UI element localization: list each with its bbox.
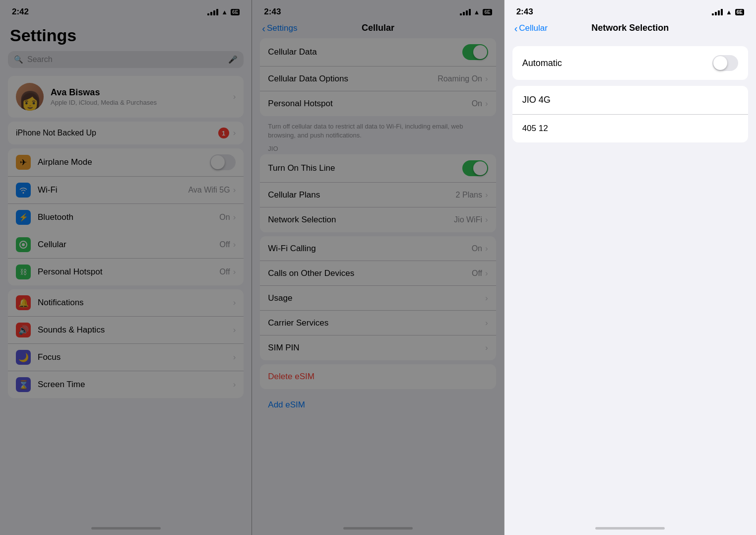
- personal-hotspot-row[interactable]: Personal Hotspot On ›: [260, 91, 496, 116]
- back-label-3: Cellular: [519, 23, 548, 33]
- screentime-row[interactable]: ⌛ Screen Time ›: [8, 371, 244, 398]
- network-selection-label: Network Selection: [268, 215, 454, 225]
- cellular-extra-group: Wi-Fi Calling On › Calls on Other Device…: [260, 236, 496, 360]
- notifications-row[interactable]: 🔔 Notifications ›: [8, 289, 244, 317]
- status-bar-1: 2:42 ▲ 6E: [0, 0, 252, 21]
- notifications-icon: 🔔: [16, 295, 31, 310]
- delete-esim-row[interactable]: Delete eSIM: [260, 364, 496, 389]
- network-code-row[interactable]: 405 12: [512, 115, 748, 142]
- jio-4g-row[interactable]: JIO 4G: [512, 86, 748, 115]
- sounds-label: Sounds & Haptics: [38, 325, 233, 335]
- network-badge-3: 6E: [735, 9, 744, 15]
- airplane-mode-row[interactable]: ✈ Airplane Mode: [8, 148, 244, 177]
- chevron-icon: ›: [485, 268, 488, 278]
- chevron-icon: ›: [233, 325, 236, 335]
- profile-subtitle: Apple ID, iCloud, Media & Purchases: [51, 99, 233, 106]
- connectivity-group: ✈ Airplane Mode Wi-Fi A: [8, 148, 244, 285]
- network-code-label: 405 12: [522, 124, 548, 133]
- focus-icon: 🌙: [16, 350, 31, 365]
- back-button-2[interactable]: ‹ Settings: [262, 23, 297, 33]
- hotspot-icon: ⛓: [16, 265, 31, 279]
- backup-badge: 1: [218, 128, 229, 138]
- network-list-group: JIO 4G 405 12: [512, 86, 748, 142]
- cellular-data-row[interactable]: Cellular Data: [260, 38, 496, 67]
- chevron-icon: ›: [233, 298, 236, 308]
- system-group: 🔔 Notifications › 🔊 Sounds & Haptics › 🌙…: [8, 289, 244, 398]
- wifi-icon: ▲: [221, 8, 228, 16]
- signal-icon: [712, 8, 723, 15]
- turn-on-line-row[interactable]: Turn On This Line: [260, 154, 496, 183]
- cellular-options-label: Cellular Data Options: [268, 74, 438, 84]
- network-selection-value: Jio WiFi: [454, 215, 482, 224]
- network-selection-row[interactable]: Network Selection Jio WiFi ›: [260, 207, 496, 232]
- automatic-toggle[interactable]: [712, 55, 738, 71]
- mic-icon: 🎤: [228, 55, 238, 64]
- wifi-calling-row[interactable]: Wi-Fi Calling On ›: [260, 236, 496, 261]
- esim-group: Delete eSIM: [260, 364, 496, 389]
- airplane-toggle[interactable]: [210, 154, 236, 170]
- bluetooth-value: On: [219, 213, 230, 222]
- calls-other-devices-row[interactable]: Calls on Other Devices Off ›: [260, 261, 496, 286]
- add-esim-button[interactable]: Add eSIM: [252, 393, 504, 417]
- carrier-services-row[interactable]: Carrier Services ›: [260, 311, 496, 335]
- settings-title: Settings: [0, 21, 252, 51]
- wifi-icon: ▲: [726, 8, 732, 16]
- chevron-icon: ›: [233, 128, 236, 138]
- wifi-row[interactable]: Wi-Fi Ava Wifi 5G ›: [8, 177, 244, 204]
- jio-group: Turn On This Line Cellular Plans 2 Plans…: [260, 154, 496, 232]
- time-2: 2:43: [264, 7, 281, 17]
- chevron-icon: ›: [233, 380, 236, 390]
- bluetooth-row[interactable]: ⚡ Bluetooth On ›: [8, 204, 244, 231]
- profile-row[interactable]: 👩 Ava Biswas Apple ID, iCloud, Media & P…: [8, 76, 244, 118]
- chevron-icon: ›: [485, 74, 488, 84]
- sounds-icon: 🔊: [16, 323, 31, 337]
- screentime-label: Screen Time: [38, 380, 233, 390]
- personal-hotspot-label: Personal Hotspot: [268, 99, 471, 109]
- airplane-label: Airplane Mode: [38, 157, 210, 167]
- bluetooth-label: Bluetooth: [38, 212, 219, 222]
- turn-on-line-label: Turn On This Line: [268, 163, 462, 173]
- cellular-data-toggle[interactable]: [462, 44, 488, 60]
- chevron-icon: ›: [485, 343, 488, 353]
- turn-on-line-toggle[interactable]: [462, 160, 488, 176]
- search-bar[interactable]: 🔍 Search 🎤: [8, 51, 244, 68]
- automatic-row[interactable]: Automatic: [512, 46, 748, 80]
- back-label-2: Settings: [267, 23, 297, 33]
- nav-title-3: Network Selection: [591, 23, 669, 33]
- jio-4g-label: JIO 4G: [522, 95, 551, 105]
- sounds-row[interactable]: 🔊 Sounds & Haptics ›: [8, 317, 244, 344]
- cellular-options-row[interactable]: Cellular Data Options Roaming On ›: [260, 67, 496, 91]
- chevron-icon: ›: [233, 352, 236, 362]
- cellular-top-group: Cellular Data Cellular Data Options Roam…: [260, 38, 496, 116]
- hotspot-row[interactable]: ⛓ Personal Hotspot Off ›: [8, 259, 244, 285]
- settings-scroll: Settings 🔍 Search 🎤 👩 Ava Biswas Apple I…: [0, 21, 252, 521]
- backup-row[interactable]: iPhone Not Backed Up 1 ›: [8, 122, 244, 144]
- cellular-note: Turn off cellular data to restrict all d…: [252, 120, 504, 143]
- focus-row[interactable]: 🌙 Focus ›: [8, 344, 244, 371]
- network-badge-1: 6E: [231, 9, 240, 15]
- notifications-label: Notifications: [38, 298, 233, 308]
- wifi-value: Ava Wifi 5G: [188, 186, 230, 195]
- calls-other-value: Off: [472, 269, 482, 278]
- cellular-plans-value: 2 Plans: [456, 191, 482, 200]
- cellular-panel: 2:43 ▲ 6E ‹ Settings Cellular Cellular D…: [252, 0, 504, 535]
- avatar: 👩: [16, 83, 44, 111]
- home-indicator: [0, 521, 252, 535]
- automatic-section: Automatic: [512, 46, 748, 80]
- back-button-3[interactable]: ‹ Cellular: [514, 23, 548, 33]
- chevron-icon: ›: [485, 190, 488, 200]
- airplane-icon: ✈: [16, 155, 31, 170]
- network-badge-2: 6E: [483, 9, 492, 15]
- sim-pin-row[interactable]: SIM PIN ›: [260, 335, 496, 360]
- wifi-icon: ▲: [474, 8, 480, 16]
- focus-label: Focus: [38, 352, 233, 362]
- carrier-label: JIO: [252, 143, 504, 154]
- cellular-row[interactable]: Cellular Off ›: [8, 231, 244, 259]
- cellular-plans-row[interactable]: Cellular Plans 2 Plans ›: [260, 183, 496, 207]
- usage-row[interactable]: Usage ›: [260, 286, 496, 311]
- cellular-icon: [16, 237, 31, 252]
- system-section: 🔔 Notifications › 🔊 Sounds & Haptics › 🌙…: [0, 289, 252, 398]
- automatic-label: Automatic: [522, 58, 562, 68]
- cellular-options-value: Roaming On: [438, 74, 482, 83]
- network-scroll: Automatic JIO 4G 405 12: [504, 38, 756, 521]
